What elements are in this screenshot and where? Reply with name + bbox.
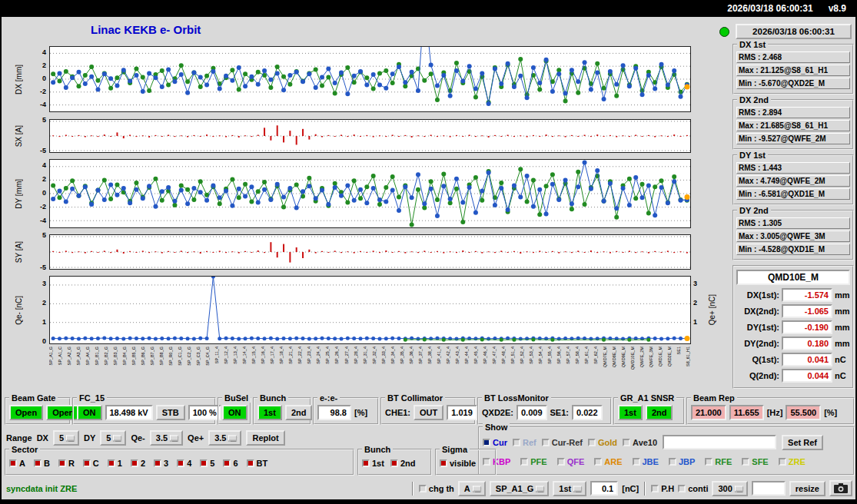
sigma-visible-checkbox[interactable]	[440, 459, 447, 467]
fc15-percent-value: 100 %	[188, 405, 221, 420]
bunch-2nd-button[interactable]: 2nd	[285, 405, 313, 420]
zre-checkbox[interactable]	[779, 458, 786, 466]
separator	[412, 482, 414, 496]
bunch-1st-button[interactable]: 1st	[257, 405, 282, 420]
sector-select[interactable]: A	[458, 481, 486, 496]
show-gold-option[interactable]: Gold	[588, 438, 617, 447]
interval-select[interactable]: 300	[712, 481, 747, 496]
bunch-2nd-option[interactable]: 2nd	[390, 459, 416, 468]
set-ref-button[interactable]: Set Ref	[782, 435, 823, 450]
sector-6-option[interactable]: 6	[223, 459, 238, 468]
range-dy-select[interactable]: 5	[100, 430, 126, 446]
show-cur-option[interactable]: Cur	[483, 438, 507, 447]
ph-checkbox[interactable]	[651, 485, 659, 492]
range-dx-select[interactable]: 5	[53, 430, 79, 446]
sector-r-option[interactable]: R	[58, 459, 75, 468]
sector-5-checkbox[interactable]	[200, 459, 208, 467]
show-qfe-option[interactable]: QFE	[557, 457, 585, 466]
sector-2-option[interactable]: 2	[131, 459, 145, 468]
snsr-1st-button[interactable]: 1st	[618, 405, 643, 420]
sector-3-option[interactable]: 3	[154, 459, 168, 468]
screenshot-button[interactable]	[829, 480, 852, 496]
sector-4-option[interactable]: 4	[177, 459, 191, 468]
show-pfe-option[interactable]: PFE	[520, 457, 546, 466]
sector-a-option[interactable]: A	[9, 459, 25, 468]
sfe-checkbox[interactable]	[742, 458, 749, 466]
stat-dy-2nd: DY 2nd RMS : 1.305 Max : 3.005@QWFE_3M M…	[732, 210, 854, 260]
chg-th-checkbox[interactable]	[419, 485, 427, 492]
cur-ref-checkbox[interactable]	[542, 439, 550, 446]
cur-checkbox[interactable]	[483, 439, 490, 446]
fc15-stb-button[interactable]: STB	[156, 405, 185, 420]
sector-5-option[interactable]: 5	[200, 459, 214, 468]
threshold-input[interactable]	[590, 481, 618, 496]
gold-checkbox[interactable]	[588, 439, 596, 446]
rfe-checkbox[interactable]	[705, 458, 713, 466]
bunch-1st-option[interactable]: 1st	[362, 459, 384, 468]
monitor-select[interactable]: SP_A1_G	[490, 481, 550, 496]
pfe-checkbox[interactable]	[520, 458, 528, 466]
chg-th-option[interactable]: chg th	[419, 484, 454, 493]
jbp-checkbox[interactable]	[669, 458, 676, 466]
conti-option[interactable]: conti	[678, 484, 708, 493]
sector-6-checkbox[interactable]	[223, 459, 231, 467]
show-cur-ref-option[interactable]: Cur-Ref	[542, 438, 583, 447]
titlebar-datetime: 2026/03/18 06:00:31	[727, 3, 812, 14]
busel-on-button[interactable]: ON	[222, 405, 247, 420]
beam-gate-open-1-button[interactable]: Open	[9, 405, 43, 420]
bunch-2nd-checkbox[interactable]	[390, 459, 398, 467]
sigma-visible-option[interactable]: visible	[440, 459, 476, 468]
dy-yticks: 420-2-4	[31, 159, 47, 228]
resize-button[interactable]: resize	[789, 481, 825, 496]
snsr-2nd-button[interactable]: 2nd	[646, 405, 673, 420]
show-zre-option[interactable]: ZRE	[779, 457, 806, 466]
beam-rep-value-1: 21.000	[691, 405, 726, 420]
sector-bt-option[interactable]: BT	[247, 459, 268, 468]
ref-checkbox[interactable]	[513, 439, 520, 446]
conti-checkbox[interactable]	[678, 485, 686, 492]
sector-3-checkbox[interactable]	[154, 459, 161, 467]
che1-out-button[interactable]: OUT	[414, 405, 443, 420]
stat-dy-1st: DY 1st RMS : 1.443 Max : 4.749@QWFE_2M M…	[732, 154, 854, 205]
stat-dx-1st: DX 1st RMS : 2.468 Max : 21.125@S8_61_H1…	[732, 44, 854, 94]
show-are-option[interactable]: ARE	[594, 457, 622, 466]
sector-b-option[interactable]: B	[34, 459, 50, 468]
dx2-min: Min : -9.527@QWFE_2M	[736, 133, 850, 144]
show-sfe-option[interactable]: SFE	[742, 457, 768, 466]
replot-button[interactable]: Replot	[246, 430, 284, 446]
sector-1-option[interactable]: 1	[108, 459, 122, 468]
show-rfe-option[interactable]: RFE	[705, 457, 732, 466]
sector-bt-checkbox[interactable]	[247, 459, 254, 467]
bunch-select[interactable]: 1st	[553, 481, 586, 496]
jbe-checkbox[interactable]	[633, 458, 640, 466]
sector-4-checkbox[interactable]	[177, 459, 184, 467]
ph-option[interactable]: P.H	[651, 484, 674, 493]
se1-label: SE1:	[550, 408, 569, 417]
sector-c-option[interactable]: C	[83, 459, 99, 468]
show-ave10-option[interactable]: Ave10	[623, 438, 657, 447]
ref-name-input[interactable]	[663, 435, 776, 449]
sector-b-checkbox[interactable]	[34, 459, 42, 467]
sector-c-checkbox[interactable]	[83, 459, 91, 467]
range-qep-select[interactable]: 3.5	[208, 430, 241, 446]
fc15-group: FC_15 ON 18.498 kV STB 100 %	[72, 397, 216, 425]
beam-rep-hz-unit: [Hz]	[767, 408, 783, 417]
qfe-checkbox[interactable]	[557, 458, 565, 466]
camera-icon	[834, 483, 848, 493]
sector-2-checkbox[interactable]	[131, 459, 138, 467]
qmd-monitor-panel: QMD10E_M DX(1st):-1.574mm DX(2nd):-1.065…	[732, 265, 854, 389]
extra-input[interactable]	[752, 481, 786, 496]
range-qem-select[interactable]: 3.5	[150, 430, 183, 446]
show-jbe-option[interactable]: JBE	[633, 457, 659, 466]
show-jbp-option[interactable]: JBP	[669, 457, 695, 466]
are-checkbox[interactable]	[594, 458, 602, 466]
bunch-1st-checkbox[interactable]	[362, 459, 370, 467]
sector-r-checkbox[interactable]	[58, 459, 66, 467]
sector-1-checkbox[interactable]	[108, 459, 115, 467]
x-axis-labels: SP_A1_GSP_A1_CSP_A2_GSP_A3_GSP_A4_GSP_B1…	[49, 346, 691, 389]
fc15-on-button[interactable]: ON	[77, 405, 102, 420]
ave10-checkbox[interactable]	[623, 439, 630, 446]
qmd-dy2-value: 0.180	[782, 337, 832, 350]
show-ref-option[interactable]: Ref	[513, 438, 536, 447]
sector-a-checkbox[interactable]	[9, 459, 17, 467]
